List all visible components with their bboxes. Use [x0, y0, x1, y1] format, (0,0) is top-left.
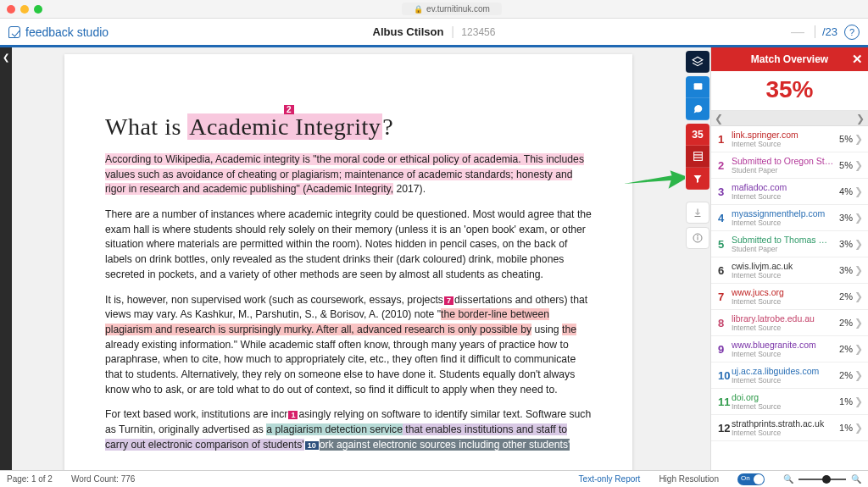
thumbnail-rail[interactable]: ❮ — [0, 47, 12, 470]
match-num: 1 — [718, 133, 732, 146]
page-indicator: Page: 1 of 2 — [7, 474, 53, 484]
match-source-type: Internet Source — [732, 219, 839, 227]
svg-marker-5 — [694, 175, 702, 183]
match-row[interactable]: 10uj.ac.za.libguides.comInternet Source2… — [711, 362, 868, 389]
student-name: Albus Ctilson — [373, 25, 444, 38]
prev-match-icon[interactable]: ❮ — [715, 113, 723, 125]
match-source-name: library.latrobe.edu.au — [732, 313, 839, 324]
page-current[interactable]: — — [787, 25, 808, 40]
match-source-type: Student Paper — [732, 245, 839, 253]
match-row[interactable]: 4myassignmenthelp.comInternet Source3%❯ — [711, 205, 868, 231]
match-nav: ❮ ❯ — [711, 111, 868, 126]
address-bar[interactable]: 🔒 ev.turnitinuk.com — [42, 3, 861, 15]
similarity-score-button[interactable]: 35 — [686, 124, 709, 146]
maximize-window-icon[interactable] — [34, 5, 42, 14]
zoom-out-icon[interactable]: 🔍 — [783, 474, 793, 484]
match-source-name: uj.ac.za.libguides.com — [732, 366, 839, 376]
match-row[interactable]: 8library.latrobe.edu.auInternet Source2%… — [711, 310, 868, 336]
document-viewport[interactable]: 2 What is Academic Integrity? According … — [12, 47, 685, 470]
match-marker-2[interactable]: 2 — [284, 105, 294, 114]
high-res-label: High Resolution — [659, 474, 719, 484]
filter-button[interactable] — [686, 168, 709, 190]
info-button[interactable] — [686, 227, 709, 249]
title-highlight: Academic Integrity — [187, 113, 382, 140]
match-percent: 2% — [839, 318, 853, 328]
quickmarks-button[interactable] — [686, 76, 709, 98]
svg-marker-0 — [693, 57, 703, 63]
match-source-type: Internet Source — [732, 297, 839, 306]
match-marker-1[interactable]: 1 — [288, 411, 298, 419]
help-icon[interactable]: ? — [844, 25, 860, 40]
match-source-name: www.bluegranite.com — [732, 340, 839, 350]
match-marker-10[interactable]: 10 — [305, 441, 319, 450]
match-num: 10 — [718, 369, 732, 382]
match-source-name: www.jucs.org — [732, 287, 839, 297]
match-row[interactable]: 11doi.orgInternet Source1%❯ — [711, 389, 868, 415]
chevron-right-icon: ❯ — [854, 238, 863, 250]
chevron-right-icon: ❯ — [854, 133, 863, 145]
zoom-control[interactable]: 🔍 🔍 — [783, 474, 861, 484]
match-source-name: doi.org — [732, 392, 839, 402]
main-area: ❮ 2 What is Academic Integrity? Accordin… — [0, 47, 868, 470]
p4-hl-c: a plagiarism detection service — [266, 423, 403, 435]
match-marker-7[interactable]: 7 — [444, 296, 453, 305]
match-source-name: link.springer.com — [732, 130, 839, 140]
next-match-icon[interactable]: ❯ — [856, 113, 865, 125]
match-row[interactable]: 9www.bluegranite.comInternet Source2%❯ — [711, 336, 868, 362]
match-row[interactable]: 1link.springer.comInternet Source5%❯ — [711, 126, 868, 152]
match-num: 5 — [718, 238, 732, 251]
match-row[interactable]: 5Submitted to Thomas …Student Paper3%❯ — [711, 231, 868, 257]
high-res-toggle[interactable]: On — [737, 473, 765, 485]
chevron-right-icon: ❯ — [854, 185, 863, 197]
match-panel-title: Match Overview — [751, 53, 828, 65]
p1-hl-a: According to Wikipedia, Academic integri… — [105, 153, 521, 165]
match-num: 8 — [718, 317, 732, 329]
download-button[interactable] — [686, 202, 709, 224]
lock-icon: 🔒 — [414, 5, 423, 14]
match-row[interactable]: 6cwis.livjm.ac.ukInternet Source3%❯ — [711, 257, 868, 284]
browser-chrome: 🔒 ev.turnitinuk.com — [0, 0, 868, 19]
match-source-type: Internet Source — [732, 376, 839, 385]
paragraph-3: It is, however, non supervised work (suc… — [105, 293, 592, 398]
match-num: 12 — [718, 422, 732, 434]
match-percent: 3% — [839, 265, 853, 275]
match-source-type: Internet Source — [732, 429, 839, 437]
match-row[interactable]: 2Submitted to Oregon St…Student Paper5%❯ — [711, 152, 868, 179]
page-total: /23 — [815, 25, 837, 38]
match-row[interactable]: 3mafiadoc.comInternet Source4%❯ — [711, 179, 868, 205]
document-page: 2 What is Academic Integrity? According … — [64, 54, 632, 470]
close-icon[interactable]: ✕ — [852, 52, 863, 67]
title-pre: What is — [105, 113, 187, 140]
text-only-report-link[interactable]: Text-only Report — [579, 474, 641, 484]
p3-hl-e: the — [562, 324, 576, 335]
comments-button[interactable] — [686, 98, 709, 120]
all-sources-button[interactable] — [686, 146, 709, 168]
match-row[interactable]: 12strathprints.strath.ac.ukInternet Sour… — [711, 415, 868, 441]
match-source-name: Submitted to Oregon St… — [732, 156, 839, 166]
layers-button[interactable] — [686, 51, 709, 73]
match-num: 9 — [718, 343, 732, 356]
match-source-name: myassignmenthelp.com — [732, 208, 839, 219]
match-row[interactable]: 7www.jucs.orgInternet Source2%❯ — [711, 284, 868, 310]
match-percent: 1% — [839, 396, 853, 407]
paragraph-4: For text based work, institutions are in… — [105, 407, 592, 452]
chevron-right-icon: ❯ — [854, 343, 863, 355]
close-window-icon[interactable] — [7, 5, 15, 14]
chevron-right-icon: ❯ — [854, 317, 863, 329]
match-percent: 2% — [839, 370, 853, 380]
p4-a: For text based work, institutions are in… — [105, 408, 287, 420]
match-source-type: Student Paper — [732, 166, 839, 174]
match-source-type: Internet Source — [732, 140, 839, 148]
brand[interactable]: feedback studio — [8, 25, 108, 39]
p3-d: using — [531, 324, 562, 335]
brand-label: feedback studio — [25, 25, 108, 39]
match-source-name: mafiadoc.com — [732, 182, 839, 192]
svg-rect-1 — [693, 83, 702, 90]
zoom-slider[interactable] — [798, 479, 846, 480]
paragraph-2: There are a number of instances where ac… — [105, 208, 592, 282]
zoom-in-icon[interactable]: 🔍 — [851, 474, 861, 484]
match-source-name: Submitted to Thomas … — [732, 235, 839, 245]
match-num: 3 — [718, 185, 732, 198]
brand-icon — [8, 26, 20, 38]
minimize-window-icon[interactable] — [20, 5, 29, 14]
